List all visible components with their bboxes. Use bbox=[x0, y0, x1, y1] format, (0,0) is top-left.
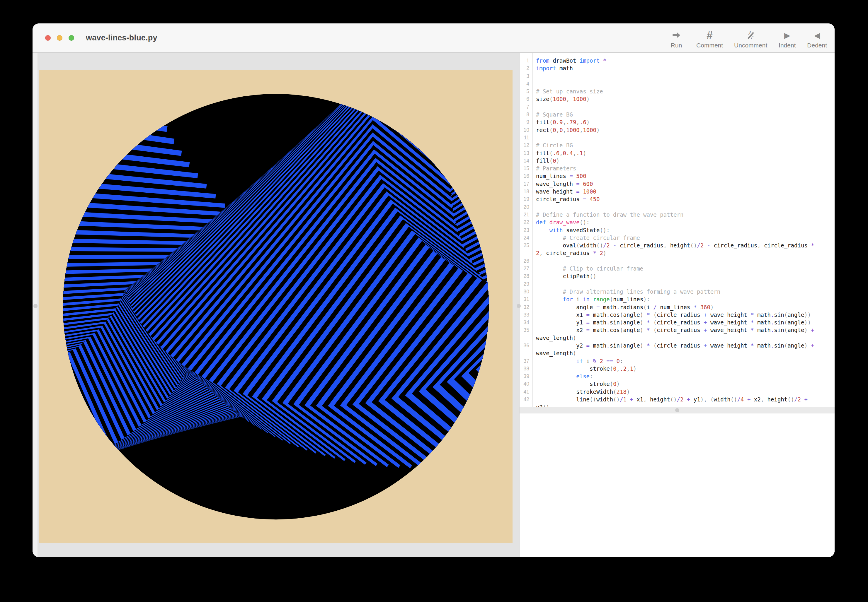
code-line[interactable]: 10rect(0,0,1000,1000) bbox=[520, 126, 834, 134]
code-line[interactable]: 40 stroke(0) bbox=[520, 380, 834, 388]
line-number: 9 bbox=[520, 118, 532, 126]
code-line[interactable]: 18wave_height = 1000 bbox=[520, 188, 834, 195]
uncomment-button[interactable]: #Uncomment bbox=[734, 29, 767, 49]
code-line[interactable]: 39 else: bbox=[520, 372, 834, 380]
line-number: 30 bbox=[520, 288, 532, 295]
code-line[interactable]: 3 bbox=[520, 72, 834, 80]
code-line[interactable]: 5# Set up canvas size bbox=[520, 88, 834, 95]
code-line[interactable]: 30 # Draw alternating lines forming a wa… bbox=[520, 288, 834, 295]
line-text bbox=[532, 203, 536, 211]
line-text: fill(0) bbox=[532, 157, 559, 164]
code-line[interactable]: 31 for i in range(num_lines): bbox=[520, 295, 834, 303]
line-number: 6 bbox=[520, 95, 532, 103]
line-number: 19 bbox=[520, 195, 532, 203]
line-number: 18 bbox=[520, 188, 532, 195]
code-line[interactable]: 25 oval(width()/2 - circle_radius, heigh… bbox=[520, 241, 834, 249]
toolbar: Run#Comment#Uncomment▶Indent◀Dedent bbox=[668, 23, 834, 52]
window-title: wave-lines-blue.py bbox=[86, 33, 157, 43]
code-line[interactable]: 38 stroke(0,.2,1) bbox=[520, 365, 834, 372]
code-line[interactable]: 11 bbox=[520, 134, 834, 141]
output-console[interactable] bbox=[520, 413, 834, 557]
line-text: size(1000, 1000) bbox=[532, 95, 589, 103]
comment-label: Comment bbox=[696, 42, 723, 49]
code-line[interactable]: wave_length) bbox=[520, 349, 834, 357]
line-number: 40 bbox=[520, 380, 532, 388]
line-text: # Circle BG bbox=[532, 141, 573, 149]
line-number: 12 bbox=[520, 141, 532, 149]
line-number: 1 bbox=[520, 57, 532, 64]
code-line[interactable]: 17wave_length = 600 bbox=[520, 180, 834, 188]
line-number: 25 bbox=[520, 241, 532, 249]
line-number: 34 bbox=[520, 319, 532, 326]
canvas-preview-pane bbox=[38, 53, 519, 557]
code-line[interactable]: 26 bbox=[520, 257, 834, 265]
minimize-button[interactable] bbox=[57, 35, 62, 41]
line-text: oval(width()/2 - circle_radius, height()… bbox=[532, 241, 814, 249]
dedent-button[interactable]: ◀Dedent bbox=[807, 29, 827, 49]
line-text: def draw_wave(): bbox=[532, 218, 589, 226]
line-number: 21 bbox=[520, 211, 532, 218]
code-line[interactable]: 2, circle_radius * 2) bbox=[520, 249, 834, 257]
code-editor[interactable]: 1from drawBot import *2import math345# S… bbox=[520, 53, 834, 407]
code-line[interactable]: 33 x1 = math.cos(angle) * (circle_radius… bbox=[520, 311, 834, 319]
code-line[interactable]: 42 line((width()/1 + x1, height()/2 + y1… bbox=[520, 396, 834, 403]
code-line[interactable]: 35 x2 = math.cos(angle) * (circle_radius… bbox=[520, 326, 834, 334]
line-text: wave_length = 600 bbox=[532, 180, 593, 188]
code-line[interactable]: 6size(1000, 1000) bbox=[520, 95, 834, 103]
line-text: clipPath() bbox=[532, 272, 596, 280]
code-line[interactable]: 13fill(.6,0.4,.1) bbox=[520, 149, 834, 157]
code-line[interactable]: 22def draw_wave(): bbox=[520, 218, 834, 226]
code-line[interactable]: 34 y1 = math.sin(angle) * (circle_radius… bbox=[520, 319, 834, 326]
code-line[interactable]: y2)) bbox=[520, 403, 834, 407]
line-number: 27 bbox=[520, 265, 532, 272]
indent-button[interactable]: ▶Indent bbox=[778, 29, 796, 49]
code-line[interactable]: 12# Circle BG bbox=[520, 141, 834, 149]
code-line[interactable]: 27 # Clip to circular frame bbox=[520, 265, 834, 272]
code-line[interactable]: wave_length) bbox=[520, 334, 834, 342]
code-line[interactable]: 4 bbox=[520, 80, 834, 88]
line-number: 22 bbox=[520, 218, 532, 226]
code-line[interactable]: 9fill(0.9,.79,.6) bbox=[520, 118, 834, 126]
close-button[interactable] bbox=[45, 35, 51, 41]
gutter-divider bbox=[532, 53, 532, 407]
code-line[interactable]: 19circle_radius = 450 bbox=[520, 195, 834, 203]
line-text: # Draw alternating lines forming a wave … bbox=[532, 288, 720, 295]
line-text: wave_length) bbox=[532, 334, 576, 342]
code-line[interactable]: 8# Square BG bbox=[520, 111, 834, 118]
code-line[interactable]: 15# Parameters bbox=[520, 164, 834, 172]
line-number bbox=[520, 334, 532, 342]
line-text: with savedState(): bbox=[532, 226, 610, 234]
code-line[interactable]: 14fill(0) bbox=[520, 157, 834, 164]
code-line[interactable]: 36 y2 = math.sin(angle) * (circle_radius… bbox=[520, 342, 834, 349]
line-number: 3 bbox=[520, 72, 532, 80]
code-line[interactable]: 32 angle = math.radians(i / num_lines * … bbox=[520, 303, 834, 311]
line-number: 11 bbox=[520, 134, 532, 141]
pane-splitter-grip-icon[interactable] bbox=[517, 304, 521, 308]
drawbot-window: wave-lines-blue.py Run#Comment#Uncomment… bbox=[32, 23, 834, 557]
code-line[interactable]: 29 bbox=[520, 280, 834, 288]
code-line[interactable]: 24 # Create circular frame bbox=[520, 234, 834, 241]
run-button[interactable]: Run bbox=[668, 29, 685, 49]
line-text: import math bbox=[532, 64, 573, 72]
code-line[interactable]: 37 if i % 2 == 0: bbox=[520, 357, 834, 365]
line-text bbox=[532, 80, 536, 88]
editor-output-splitter[interactable] bbox=[520, 407, 834, 413]
code-line[interactable]: 1from drawBot import * bbox=[520, 57, 834, 64]
zoom-button[interactable] bbox=[69, 35, 74, 41]
code-line[interactable]: 16num_lines = 500 bbox=[520, 172, 834, 180]
indent-label: Indent bbox=[779, 42, 796, 49]
code-line[interactable]: 20 bbox=[520, 203, 834, 211]
code-line[interactable]: 41 strokeWidth(218) bbox=[520, 388, 834, 396]
code-line[interactable]: 2import math bbox=[520, 64, 834, 72]
code-line[interactable]: 28 clipPath() bbox=[520, 272, 834, 280]
splitter-grip-icon bbox=[675, 408, 679, 412]
code-line[interactable]: 7 bbox=[520, 103, 834, 111]
code-line[interactable]: 21# Define a function to draw the wave p… bbox=[520, 211, 834, 218]
code-line[interactable]: 23 with savedState(): bbox=[520, 226, 834, 234]
editor-column: 1from drawBot import *2import math345# S… bbox=[519, 53, 834, 557]
line-number bbox=[520, 249, 532, 257]
line-text bbox=[532, 257, 536, 265]
left-panel-splitter[interactable] bbox=[32, 53, 38, 557]
comment-button[interactable]: #Comment bbox=[696, 29, 723, 49]
line-text: stroke(0) bbox=[532, 380, 620, 388]
